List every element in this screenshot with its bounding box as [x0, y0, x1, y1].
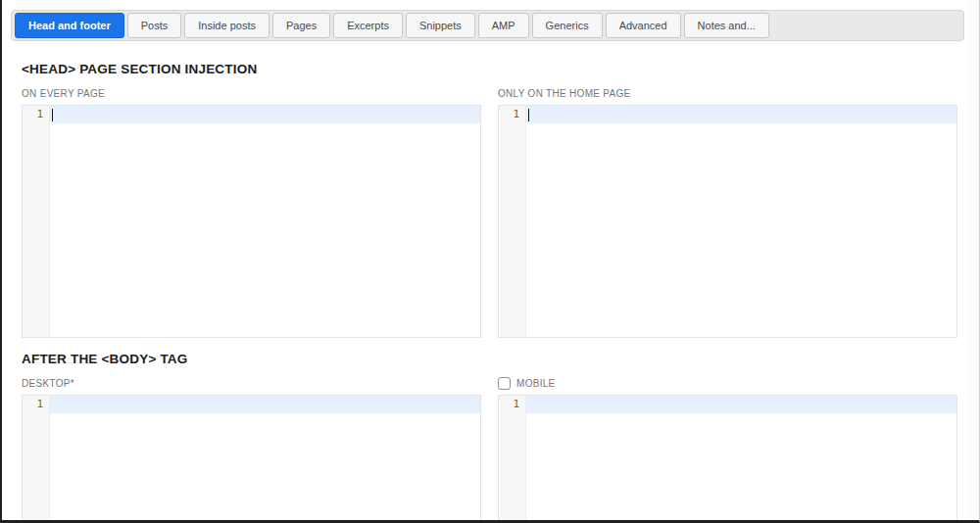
- tab-snippets[interactable]: Snippets: [406, 13, 475, 38]
- field-mobile: MOBILE 1: [498, 376, 957, 523]
- code-editor-every-page[interactable]: 1: [22, 105, 481, 338]
- line-number-gutter: 1: [23, 396, 50, 523]
- mobile-checkbox[interactable]: [498, 377, 511, 390]
- field-on-every-page: ON EVERY PAGE 1: [22, 86, 481, 338]
- code-editor-mobile[interactable]: 1: [498, 395, 957, 523]
- text-caret: [528, 109, 529, 121]
- tab-panel-head-and-footer: <HEAD> PAGE SECTION INJECTION ON EVERY P…: [9, 62, 967, 523]
- active-line: [526, 106, 956, 123]
- section-title-head-injection: <HEAD> PAGE SECTION INJECTION: [22, 62, 957, 76]
- settings-page: Head and footer Posts Inside posts Pages…: [9, 0, 967, 520]
- tab-generics[interactable]: Generics: [532, 13, 603, 38]
- line-number-gutter: 1: [499, 396, 526, 523]
- code-editor-home-page[interactable]: 1: [498, 105, 957, 338]
- line-number: 1: [23, 108, 43, 120]
- tab-bar: Head and footer Posts Inside posts Pages…: [11, 10, 964, 41]
- tab-pages[interactable]: Pages: [272, 13, 330, 38]
- field-label-text: DESKTOP*: [22, 378, 74, 389]
- tab-head-and-footer[interactable]: Head and footer: [15, 13, 124, 38]
- code-area[interactable]: [50, 396, 480, 523]
- active-line: [50, 106, 480, 123]
- field-label-text: ONLY ON THE HOME PAGE: [498, 88, 631, 99]
- tab-inside-posts[interactable]: Inside posts: [184, 13, 270, 38]
- code-area[interactable]: [50, 106, 480, 337]
- field-label-text: MOBILE: [516, 378, 556, 389]
- tab-amp[interactable]: AMP: [478, 13, 529, 38]
- code-area[interactable]: [526, 106, 956, 337]
- tab-excerpts[interactable]: Excerpts: [333, 13, 403, 38]
- active-line: [50, 396, 480, 413]
- tab-notes[interactable]: Notes and...: [684, 13, 769, 38]
- field-label-text: ON EVERY PAGE: [22, 88, 105, 99]
- line-number: 1: [23, 398, 43, 410]
- field-label-on-every-page: ON EVERY PAGE: [22, 86, 481, 101]
- section-title-after-body: AFTER THE <BODY> TAG: [22, 352, 957, 366]
- code-editor-desktop[interactable]: 1: [22, 395, 481, 523]
- line-number-gutter: 1: [499, 106, 526, 337]
- line-number: 1: [499, 398, 519, 410]
- line-number: 1: [499, 108, 519, 120]
- field-label-desktop: DESKTOP*: [22, 376, 481, 391]
- field-label-only-home-page: ONLY ON THE HOME PAGE: [498, 86, 957, 101]
- text-caret: [52, 109, 53, 121]
- head-injection-grid: ON EVERY PAGE 1: [22, 86, 957, 338]
- code-area[interactable]: [526, 396, 956, 523]
- field-desktop: DESKTOP* 1: [22, 376, 481, 523]
- field-only-home-page: ONLY ON THE HOME PAGE 1: [498, 86, 957, 338]
- field-label-mobile: MOBILE: [498, 376, 957, 391]
- active-line: [526, 396, 956, 413]
- tab-advanced[interactable]: Advanced: [606, 13, 681, 38]
- after-body-grid: DESKTOP* 1: [22, 376, 957, 523]
- app-window: Head and footer Posts Inside posts Pages…: [0, 0, 980, 523]
- tab-posts[interactable]: Posts: [127, 13, 182, 38]
- line-number-gutter: 1: [23, 106, 50, 337]
